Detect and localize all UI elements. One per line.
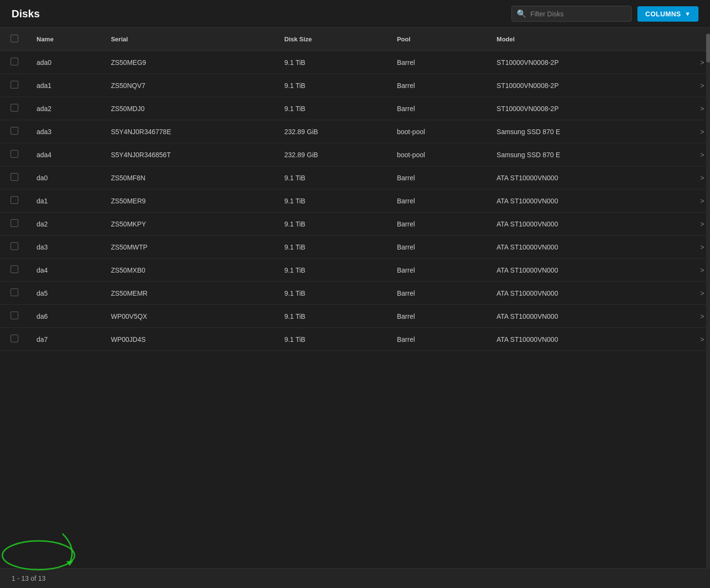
row-expand-arrow[interactable]: > xyxy=(670,120,710,143)
row-name: da0 xyxy=(29,166,103,189)
row-checkbox[interactable] xyxy=(11,127,18,135)
row-disk-size: 9.1 TiB xyxy=(277,166,389,189)
row-model: ATA ST10000VN000 xyxy=(489,328,670,351)
row-checkbox-cell xyxy=(0,328,29,351)
row-pool: Barrel xyxy=(389,51,489,74)
row-checkbox-cell xyxy=(0,97,29,120)
row-serial: ZS50MEMR xyxy=(103,282,277,305)
row-expand-arrow[interactable]: > xyxy=(670,328,710,351)
row-expand-arrow[interactable]: > xyxy=(670,213,710,236)
row-expand-arrow[interactable]: > xyxy=(670,259,710,282)
table-container: Name Serial Disk Size Pool Model ada0 ZS… xyxy=(0,28,710,351)
row-name: ada3 xyxy=(29,120,103,143)
row-disk-size: 9.1 TiB xyxy=(277,259,389,282)
row-checkbox-cell xyxy=(0,213,29,236)
row-disk-size: 9.1 TiB xyxy=(277,328,389,351)
row-checkbox[interactable] xyxy=(11,335,18,342)
chevron-down-icon: ▼ xyxy=(685,11,691,17)
table-row: da0 ZS50MF8N 9.1 TiB Barrel ATA ST10000V… xyxy=(0,166,710,189)
table-row: da3 ZS50MWTP 9.1 TiB Barrel ATA ST10000V… xyxy=(0,236,710,259)
row-checkbox[interactable] xyxy=(11,265,18,273)
row-disk-size: 9.1 TiB xyxy=(277,282,389,305)
row-serial: ZS50MWTP xyxy=(103,236,277,259)
row-pool: Barrel xyxy=(389,259,489,282)
row-disk-size: 9.1 TiB xyxy=(277,305,389,328)
row-checkbox[interactable] xyxy=(11,81,18,88)
row-expand-arrow[interactable]: > xyxy=(670,166,710,189)
row-checkbox-cell xyxy=(0,143,29,166)
row-checkbox[interactable] xyxy=(11,219,18,227)
table-body: ada0 ZS50MEG9 9.1 TiB Barrel ST10000VN00… xyxy=(0,51,710,351)
row-model: ATA ST10000VN000 xyxy=(489,213,670,236)
row-checkbox-cell xyxy=(0,189,29,213)
row-expand-arrow[interactable]: > xyxy=(670,305,710,328)
table-row: ada1 ZS50NQV7 9.1 TiB Barrel ST10000VN00… xyxy=(0,74,710,97)
scrollbar-thumb[interactable] xyxy=(706,34,710,63)
svg-marker-1 xyxy=(66,561,73,566)
row-checkbox[interactable] xyxy=(11,104,18,112)
table-row: ada0 ZS50MEG9 9.1 TiB Barrel ST10000VN00… xyxy=(0,51,710,74)
row-disk-size: 9.1 TiB xyxy=(277,189,389,213)
row-model: Samsung SSD 870 E xyxy=(489,120,670,143)
row-checkbox[interactable] xyxy=(11,312,18,319)
row-name: da7 xyxy=(29,328,103,351)
row-checkbox-cell xyxy=(0,166,29,189)
col-model: Model xyxy=(489,28,670,51)
row-name: da2 xyxy=(29,213,103,236)
row-checkbox[interactable] xyxy=(11,242,18,250)
table-row: da5 ZS50MEMR 9.1 TiB Barrel ATA ST10000V… xyxy=(0,282,710,305)
col-pool: Pool xyxy=(389,28,489,51)
row-name: ada1 xyxy=(29,74,103,97)
row-checkbox-cell xyxy=(0,74,29,97)
col-checkbox xyxy=(0,28,29,51)
row-model: ATA ST10000VN000 xyxy=(489,259,670,282)
table-row: da4 ZS50MXB0 9.1 TiB Barrel ATA ST10000V… xyxy=(0,259,710,282)
row-model: ATA ST10000VN000 xyxy=(489,282,670,305)
row-checkbox[interactable] xyxy=(11,150,18,158)
table-row: ada4 S5Y4NJ0R346856T 232.89 GiB boot-poo… xyxy=(0,143,710,166)
row-checkbox-cell xyxy=(0,120,29,143)
row-expand-arrow[interactable]: > xyxy=(670,282,710,305)
row-checkbox[interactable] xyxy=(11,196,18,204)
row-expand-arrow[interactable]: > xyxy=(670,189,710,213)
row-disk-size: 9.1 TiB xyxy=(277,213,389,236)
row-pool: Barrel xyxy=(389,328,489,351)
row-pool: Barrel xyxy=(389,74,489,97)
search-input[interactable] xyxy=(530,10,626,18)
row-expand-arrow[interactable]: > xyxy=(670,51,710,74)
row-serial: S5Y4NJ0R346856T xyxy=(103,143,277,166)
row-serial: ZS50MKPY xyxy=(103,213,277,236)
row-name: da5 xyxy=(29,282,103,305)
row-pool: boot-pool xyxy=(389,143,489,166)
row-expand-arrow[interactable]: > xyxy=(670,97,710,120)
row-pool: Barrel xyxy=(389,189,489,213)
row-disk-size: 9.1 TiB xyxy=(277,51,389,74)
row-checkbox[interactable] xyxy=(11,288,18,296)
row-pool: Barrel xyxy=(389,97,489,120)
row-checkbox[interactable] xyxy=(11,173,18,181)
col-disk-size: Disk Size xyxy=(277,28,389,51)
row-pool: Barrel xyxy=(389,213,489,236)
table-row: ada2 ZS50MDJ0 9.1 TiB Barrel ST10000VN00… xyxy=(0,97,710,120)
columns-button[interactable]: COLUMNS ▼ xyxy=(637,6,698,22)
row-expand-arrow[interactable]: > xyxy=(670,74,710,97)
row-expand-arrow[interactable]: > xyxy=(670,143,710,166)
row-serial: S5Y4NJ0R346778E xyxy=(103,120,277,143)
row-checkbox-cell xyxy=(0,236,29,259)
row-model: ST10000VN0008-2P xyxy=(489,74,670,97)
scrollbar-area[interactable] xyxy=(706,34,710,569)
col-arrow xyxy=(670,28,710,51)
row-expand-arrow[interactable]: > xyxy=(670,236,710,259)
disks-table: Name Serial Disk Size Pool Model ada0 ZS… xyxy=(0,28,710,351)
row-checkbox-cell xyxy=(0,282,29,305)
table-header: Name Serial Disk Size Pool Model xyxy=(0,28,710,51)
table-row: da1 ZS50MER9 9.1 TiB Barrel ATA ST10000V… xyxy=(0,189,710,213)
row-disk-size: 9.1 TiB xyxy=(277,97,389,120)
col-serial: Serial xyxy=(103,28,277,51)
row-pool: boot-pool xyxy=(389,120,489,143)
row-checkbox[interactable] xyxy=(11,58,18,65)
row-name: da6 xyxy=(29,305,103,328)
footer-bar: 1 - 13 of 13 xyxy=(0,568,710,588)
select-all-checkbox[interactable] xyxy=(11,35,18,42)
search-container: 🔍 xyxy=(511,6,632,22)
